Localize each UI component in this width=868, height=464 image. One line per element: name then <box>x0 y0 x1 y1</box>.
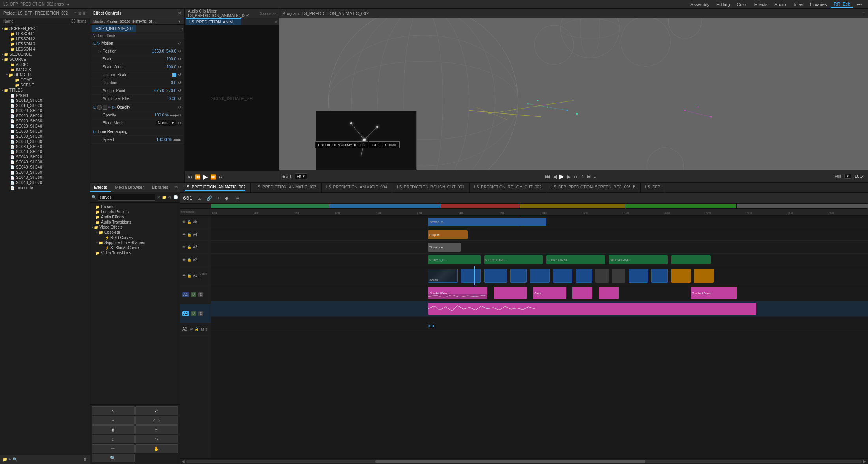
list-icon[interactable]: ≡ <box>74 11 77 15</box>
effects-icon2[interactable]: ⚙ <box>168 195 172 199</box>
effect-panel-close-icon[interactable]: ✕ <box>178 11 181 15</box>
position-x[interactable]: 1350.0 <box>152 49 164 53</box>
mon-first-btn[interactable]: ⏮ <box>545 173 550 180</box>
timeline-tab-0[interactable]: LS_PREDICTION_ANIMATIC_002 <box>180 183 251 192</box>
scale-value[interactable]: 100.0 <box>166 57 176 61</box>
full-dropdown[interactable]: ▼ <box>844 174 851 179</box>
a1-clip-1[interactable]: Constant Power <box>428 287 487 299</box>
tc-linked-btn[interactable]: 🔗 <box>205 195 214 202</box>
v2-story-3[interactable]: STORYBOARD... <box>546 255 606 264</box>
track-select-all-tool[interactable]: ⤢ <box>135 406 178 415</box>
mon-last-btn[interactable]: ⏭ <box>573 173 579 180</box>
fit-dropdown[interactable]: Fit ▼ <box>295 173 307 179</box>
opacity-kf-next[interactable]: ▶ <box>175 113 178 117</box>
v1-eye-btn[interactable]: 👁 <box>182 274 186 278</box>
opacity-toggle[interactable]: ▷ <box>112 105 116 109</box>
tree-item-sc020-sh020[interactable]: 📄SC020_SH020 <box>0 113 90 118</box>
tree-item-sc040-sh010[interactable]: 📄SC040_SH010 <box>0 149 90 154</box>
rotation-value[interactable]: 0.0 <box>171 81 176 85</box>
a3-m-btn[interactable]: M <box>201 327 204 331</box>
a3-eye-btn[interactable]: 👁 <box>190 327 193 331</box>
v2-story-4[interactable]: STORYBOARD... <box>609 255 668 264</box>
tree-item-sc030-sh010[interactable]: 📄SC030_SH010 <box>0 129 90 134</box>
tree-item-sc040-sh040[interactable]: 📄SC040_SH040 <box>0 165 90 170</box>
v1-clip-13[interactable] <box>694 269 714 283</box>
uniform-scale-reset[interactable]: ↺ <box>178 73 181 77</box>
source-step-back-btn[interactable]: ⏪ <box>195 174 201 180</box>
tc-snap-btn[interactable]: ⊡ <box>196 195 203 202</box>
tree-item-lesson-1[interactable]: 📁LESSON 1 <box>0 31 90 36</box>
menu-item-assembly[interactable]: Assembly <box>687 1 713 8</box>
v1-lock-btn[interactable]: 🔒 <box>187 274 191 278</box>
speed-kf-next[interactable]: ▶ <box>178 138 181 142</box>
timeline-scroll-right[interactable]: ▶ <box>863 459 866 464</box>
timeline-tab-5[interactable]: LS_DFP_PREDICTION_SCREEN_REC_003_B <box>546 183 640 192</box>
zoom-tool[interactable]: 🔍 <box>92 454 135 462</box>
effects-tab[interactable]: Effects <box>90 183 111 192</box>
tree-item-sc020-sh010[interactable]: 📄SC020_SH010 <box>0 108 90 113</box>
menu-item-libraries[interactable]: Libraries <box>807 1 830 8</box>
timeline-tab-6[interactable]: LS_DFP <box>641 183 666 192</box>
blend-mode-reset[interactable]: ↺ <box>178 121 181 125</box>
mon-play-btn[interactable]: ▶ <box>559 173 564 180</box>
rate-stretch-tool[interactable]: ⧗ <box>92 425 135 434</box>
v1-clip-7[interactable] <box>576 269 593 283</box>
anchor-x[interactable]: 675.0 <box>154 88 164 93</box>
source-step-fwd-btn[interactable]: ⏩ <box>210 174 216 180</box>
effects-tree-item-5[interactable]: ▾📁Obsolete <box>90 230 180 235</box>
tree-item-lesson-3[interactable]: 📁LESSON 3 <box>0 41 90 47</box>
a2-sync-btn[interactable]: A2 <box>182 311 189 316</box>
v2-story-5[interactable] <box>671 255 711 264</box>
v3-lock-btn[interactable]: 🔒 <box>187 245 191 249</box>
tree-item-sc010-sh010[interactable]: 📄SC010_SH010 <box>0 98 90 103</box>
anti-flicker-value[interactable]: 0.00 <box>169 96 176 101</box>
monitor-panel-icon[interactable]: ≡ <box>862 11 865 15</box>
effects-tree-item-4[interactable]: ▾📁Video Effects <box>90 225 180 230</box>
a2-clip-main[interactable] <box>428 303 756 315</box>
tc-settings-btn[interactable]: ≡ <box>235 195 241 202</box>
position-expand[interactable]: ▷ <box>98 49 103 53</box>
effects-tree-item-3[interactable]: 📁Audio Transitions <box>90 220 180 225</box>
speed-kf-add[interactable]: ◆ <box>176 138 178 142</box>
mon-step-back-btn[interactable]: ◀ <box>553 173 557 180</box>
slide-tool[interactable]: ⇔ <box>135 435 178 443</box>
timeline-scrollbar[interactable] <box>186 460 862 463</box>
a1-m-btn[interactable]: M <box>191 292 196 297</box>
v1-clip-6[interactable] <box>553 269 572 283</box>
source-expand-icon[interactable]: ≫ <box>272 11 276 15</box>
tree-item-sc040-sh070[interactable]: 📄SC040_SH070 <box>0 180 90 185</box>
v1-clip-11[interactable] <box>651 269 668 283</box>
uniform-scale-checkbox[interactable] <box>172 73 176 77</box>
effects-tree-item-8[interactable]: ⚡S_BlurMoCurves <box>90 245 180 250</box>
effects-tree-item-9[interactable]: 📁Video Transitions <box>90 250 180 255</box>
v2-story-1[interactable]: STORYB_00... <box>428 255 481 264</box>
new-bin-icon[interactable]: 📁 <box>2 457 7 462</box>
pen-tool[interactable]: ✏ <box>92 444 135 453</box>
v5-clip-1[interactable]: SC010_S <box>428 218 520 226</box>
v3-timecode-clip[interactable]: Timecode <box>428 243 461 252</box>
source-play-btn[interactable]: ▶ <box>203 173 208 180</box>
tree-item-timecode[interactable]: 📄Timecode <box>0 185 90 190</box>
menu-item-color[interactable]: Color <box>734 1 750 8</box>
a2-m-btn[interactable]: M <box>191 311 196 316</box>
v4-lock-btn[interactable]: 🔒 <box>187 233 191 237</box>
tree-item-sc020-sh040[interactable]: 📄SC020_SH040 <box>0 124 90 129</box>
find-icon[interactable]: 🔍 <box>13 457 17 462</box>
tree-item-render[interactable]: ▾📁RENDER <box>0 72 90 77</box>
motion-reset-icon[interactable]: ↺ <box>178 41 181 45</box>
v1-clip-5[interactable] <box>530 269 550 283</box>
position-y[interactable]: 540.0 <box>166 49 176 53</box>
timeline-scroll-left[interactable]: ◀ <box>181 459 185 464</box>
effects-tree-item-6[interactable]: ⚡RGB Curves <box>90 235 180 240</box>
motion-label[interactable]: Motion <box>101 41 178 45</box>
anchor-reset[interactable]: ↺ <box>178 88 181 93</box>
speed-value[interactable]: 100.00% <box>157 137 172 142</box>
menu-item-[interactable]: ••• <box>854 1 865 8</box>
tree-item-sequence[interactable]: ▾📁SEQUENCE <box>0 52 90 57</box>
tree-item-scene[interactable]: 📁SCENE <box>0 83 90 88</box>
tree-item-comp[interactable]: 📁COMP <box>0 77 90 83</box>
menu-item-audio[interactable]: Audio <box>771 1 789 8</box>
a1-clip-3[interactable]: Cons... <box>533 287 566 299</box>
timeline-tab-1[interactable]: LS_PREDICTION_ANIMATIC_003 <box>251 183 321 192</box>
source-prev-btn[interactable]: ⏮ <box>188 174 193 180</box>
